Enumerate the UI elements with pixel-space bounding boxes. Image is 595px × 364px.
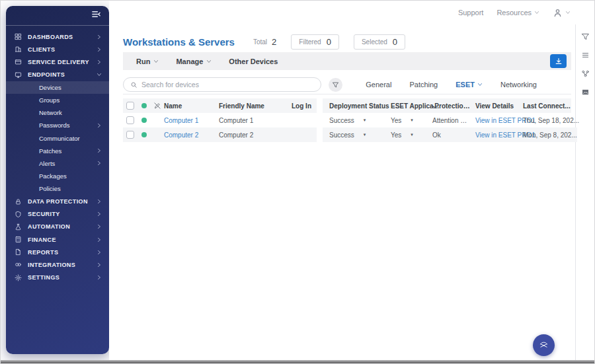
col-header-eset-application[interactable]: ESET Applica... — [384, 102, 427, 110]
dropdown-caret-icon: ▾ — [364, 118, 366, 123]
filter-icon[interactable] — [579, 30, 591, 42]
sidebar-subitem-label: Groups — [39, 96, 60, 104]
selected-counter[interactable]: Selected 0 — [354, 34, 405, 50]
chevron-right-icon — [97, 211, 102, 217]
eset-application-value: Yes — [391, 131, 401, 139]
app-window: DASHBOARDS CLIENTS SERVICE DELIVERY ENDP… — [0, 0, 595, 364]
sidebar-subitem-groups[interactable]: Groups — [6, 94, 109, 106]
chevron-right-icon — [97, 199, 102, 204]
sidebar-item-finance[interactable]: FINANCE — [6, 233, 109, 246]
tab-eset[interactable]: ESET — [456, 81, 483, 89]
download-icon — [555, 57, 563, 65]
filtered-counter[interactable]: Filtered 0 — [291, 34, 339, 50]
chevron-right-icon — [97, 224, 102, 229]
sidebar-item-label: AUTOMATION — [28, 223, 70, 230]
dropdown-caret-icon: ▾ — [364, 132, 366, 137]
reports-file-icon — [15, 248, 22, 256]
sidebar-subitem-alerts[interactable]: Alerts — [6, 157, 109, 170]
deployment-status-dropdown[interactable]: Success ▾ — [323, 117, 384, 124]
run-menu[interactable]: Run — [136, 57, 159, 65]
sidebar-subitem-patches[interactable]: Patches — [6, 145, 109, 157]
eset-application-dropdown[interactable]: Yes ▾ — [384, 117, 427, 124]
col-header-protection-status[interactable]: -Protection S... — [427, 102, 471, 110]
list-view-icon[interactable] — [579, 49, 591, 61]
deployment-status-dropdown[interactable]: Success ▾ — [323, 131, 384, 139]
sidebar-subitem-communicator[interactable]: Communicator — [6, 132, 109, 145]
row-checkbox[interactable] — [126, 131, 134, 139]
sidebar-subitem-packages[interactable]: Packages — [6, 170, 109, 182]
menu-collapse-icon[interactable] — [91, 9, 101, 22]
user-menu[interactable] — [553, 8, 571, 18]
col-header-deployment-status[interactable]: Deployment Status — [323, 102, 384, 110]
sidebar-item-label: FINANCE — [28, 237, 56, 243]
download-button[interactable] — [550, 54, 567, 68]
sidebar: DASHBOARDS CLIENTS SERVICE DELIVERY ENDP… — [6, 6, 109, 354]
devices-table: Name Friendly Name Log In Deployment Sta… — [123, 98, 571, 142]
sidebar-item-label: ENDPOINTS — [28, 71, 65, 78]
assistant-fab-button[interactable] — [533, 334, 555, 356]
col-header-friendly-name[interactable]: Friendly Name — [219, 102, 292, 110]
search-input[interactable] — [141, 81, 314, 89]
eset-application-dropdown[interactable]: Yes ▾ — [384, 131, 427, 139]
other-devices-button[interactable]: Other Devices — [229, 57, 278, 65]
support-label: Support — [458, 9, 484, 17]
chevron-right-icon — [97, 250, 102, 255]
tab-networking[interactable]: Networking — [500, 81, 537, 89]
gear-icon — [15, 273, 22, 281]
sidebar-item-clients[interactable]: CLIENTS — [6, 43, 109, 55]
col-header-name[interactable]: Name — [164, 102, 219, 110]
sidebar-item-label: SECURITY — [28, 211, 60, 217]
selected-label: Selected — [362, 38, 387, 46]
selected-value: 0 — [393, 37, 397, 47]
total-value: 2 — [272, 37, 276, 47]
endpoints-monitor-icon — [15, 71, 22, 79]
col-header-log-in[interactable]: Log In — [292, 102, 317, 110]
search-filter-button[interactable] — [329, 78, 342, 92]
manage-label: Manage — [176, 57, 203, 65]
chevron-right-icon — [97, 47, 102, 52]
sidebar-item-integrations[interactable]: INTEGRATIONS — [6, 258, 109, 271]
sidebar-item-settings[interactable]: SETTINGS — [6, 272, 109, 284]
manage-menu[interactable]: Manage — [176, 57, 212, 65]
right-rail — [575, 24, 594, 360]
sidebar-item-endpoints[interactable]: ENDPOINTS — [6, 69, 109, 81]
chevron-right-icon — [97, 34, 102, 40]
friendly-name-cell: Computer 2 — [219, 131, 292, 139]
topology-icon[interactable] — [579, 67, 591, 79]
sidebar-item-label: CLIENTS — [28, 46, 55, 53]
resources-menu[interactable]: Resources — [496, 9, 539, 17]
support-link[interactable]: Support — [458, 9, 484, 17]
select-all-checkbox[interactable] — [126, 102, 134, 110]
col-header-view-details[interactable]: View Details — [471, 102, 518, 110]
table-header-row: Name Friendly Name Log In Deployment Sta… — [123, 98, 571, 113]
service-delivery-icon — [15, 58, 22, 66]
sidebar-item-security[interactable]: SECURITY — [6, 208, 109, 221]
sidebar-item-reports[interactable]: REPORTS — [6, 246, 109, 258]
finance-calculator-icon — [15, 236, 22, 244]
row-checkbox[interactable] — [126, 116, 134, 124]
main-content: Workstations & Servers Total 2 Filtered … — [109, 24, 575, 360]
chevron-right-icon — [97, 59, 102, 65]
sidebar-item-service-delivery[interactable]: SERVICE DELIVERY — [6, 55, 109, 68]
device-name-link[interactable]: Computer 2 — [164, 131, 198, 139]
sidebar-subitem-devices[interactable]: Devices — [6, 81, 109, 94]
filter-icon — [332, 81, 339, 89]
page-title: Workstations & Servers — [123, 36, 235, 48]
edit-disabled-icon — [151, 102, 164, 110]
sidebar-item-automation[interactable]: AUTOMATION — [6, 221, 109, 233]
sidebar-subitem-network[interactable]: Network — [6, 106, 109, 119]
run-label: Run — [136, 57, 150, 65]
title-row: Workstations & Servers Total 2 Filtered … — [123, 34, 571, 50]
tab-general[interactable]: General — [366, 81, 391, 89]
media-icon[interactable] — [579, 86, 591, 98]
sidebar-subitem-policies[interactable]: Policies — [6, 182, 109, 195]
tab-patching[interactable]: Patching — [409, 81, 438, 89]
sidebar-item-dashboards[interactable]: DASHBOARDS — [6, 30, 109, 43]
sidebar-item-data-protection[interactable]: DATA PROTECTION — [6, 195, 109, 207]
tab-label: General — [366, 81, 391, 89]
device-name-link[interactable]: Computer 1 — [164, 117, 198, 124]
col-header-last-connected[interactable]: Last Connect... — [518, 102, 571, 110]
sidebar-subitem-passwords[interactable]: Passwords — [6, 119, 109, 131]
friendly-name-cell: Computer 1 — [219, 117, 292, 124]
dashboards-grid-icon — [15, 33, 22, 41]
